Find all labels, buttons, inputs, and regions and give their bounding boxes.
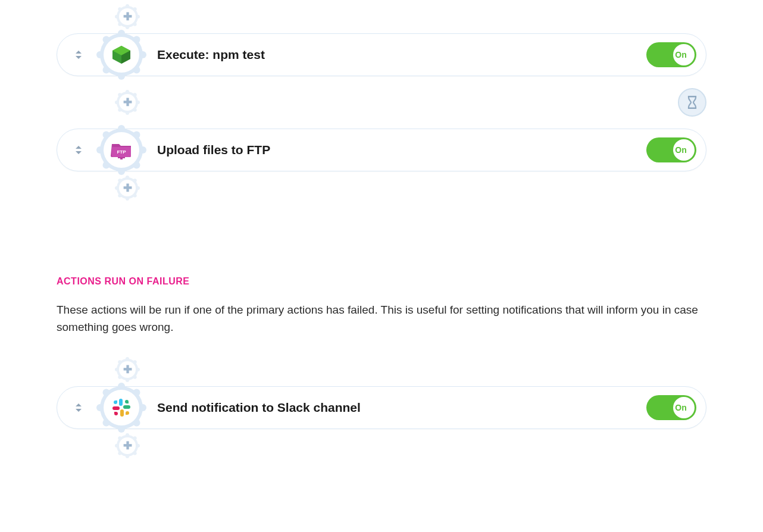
svg-point-52 [118, 179, 121, 182]
svg-point-64 [118, 375, 121, 379]
svg-point-8 [133, 23, 137, 26]
drag-handle[interactable] [57, 49, 100, 61]
action-row-slack[interactable]: Send notification to Slack channel On [57, 386, 706, 429]
svg-point-59 [126, 378, 129, 382]
svg-point-50 [115, 186, 118, 190]
svg-point-65 [133, 375, 137, 379]
svg-point-4 [136, 15, 140, 18]
toggle-switch[interactable]: On [646, 395, 696, 420]
svg-point-24 [126, 111, 129, 115]
svg-point-63 [133, 360, 137, 364]
svg-point-85 [118, 436, 121, 440]
add-action-connector[interactable]: ✚ [114, 356, 140, 383]
svg-point-81 [126, 433, 129, 437]
svg-point-83 [115, 444, 118, 447]
svg-point-54 [118, 194, 121, 198]
svg-point-27 [118, 93, 121, 96]
svg-point-13 [96, 51, 104, 58]
svg-rect-45 [118, 157, 125, 158]
svg-point-30 [133, 108, 137, 112]
svg-point-11 [118, 30, 125, 37]
plus-icon: ✚ [123, 363, 132, 376]
action-row-npm-test[interactable]: Execute: npm test On [57, 33, 706, 76]
svg-point-84 [136, 444, 140, 447]
svg-point-75 [133, 419, 140, 426]
plus-icon: ✚ [123, 181, 132, 195]
svg-point-25 [115, 101, 118, 104]
add-action-connector[interactable]: ✚ [114, 4, 140, 30]
svg-point-6 [133, 7, 137, 11]
svg-point-82 [126, 455, 129, 458]
add-action-connector[interactable]: ✚ [114, 175, 140, 201]
svg-point-62 [118, 360, 121, 364]
svg-point-51 [136, 186, 140, 190]
svg-point-88 [133, 452, 137, 455]
action-icon-wrap: FTP [96, 125, 146, 175]
svg-point-23 [126, 90, 129, 93]
toggle-label: On [670, 50, 692, 60]
svg-point-3 [115, 15, 118, 18]
add-action-connector[interactable]: ✚ [114, 433, 140, 459]
svg-point-48 [126, 176, 129, 179]
slack-icon [111, 397, 132, 418]
svg-point-61 [136, 368, 140, 371]
plus-icon: ✚ [123, 10, 132, 23]
svg-point-49 [126, 197, 129, 201]
toggle-label: On [670, 145, 692, 155]
svg-point-1 [126, 4, 129, 8]
svg-rect-79 [112, 406, 120, 410]
svg-rect-77 [123, 405, 130, 409]
drag-handle[interactable] [57, 144, 100, 156]
svg-point-68 [118, 383, 125, 390]
failure-section-description: These actions will be run if one of the … [57, 301, 706, 336]
plus-icon: ✚ [123, 96, 132, 109]
svg-point-42 [133, 162, 140, 169]
svg-point-35 [118, 125, 125, 132]
wait-badge[interactable] [678, 88, 706, 117]
action-row-ftp[interactable]: FTP Upload files to FTP On [57, 129, 706, 171]
svg-point-29 [118, 108, 121, 112]
svg-rect-46 [120, 158, 123, 159]
failure-section-heading: ACTIONS RUN ON FAILURE [57, 276, 706, 287]
svg-point-38 [139, 146, 146, 154]
svg-text:FTP: FTP [117, 149, 126, 155]
svg-point-53 [133, 179, 137, 182]
svg-point-14 [139, 51, 146, 58]
svg-point-7 [118, 23, 121, 26]
svg-rect-33 [688, 108, 696, 109]
svg-point-37 [96, 146, 104, 154]
svg-rect-76 [119, 399, 123, 406]
hourglass-icon [686, 95, 698, 109]
add-action-connector[interactable]: ✚ [114, 89, 140, 115]
svg-point-60 [115, 368, 118, 371]
svg-point-18 [133, 67, 140, 74]
toggle-switch[interactable]: On [646, 42, 696, 67]
svg-point-71 [139, 404, 146, 411]
action-title: Execute: npm test [157, 48, 646, 62]
ftp-icon: FTP [110, 139, 133, 161]
svg-point-87 [118, 452, 121, 455]
svg-point-70 [96, 404, 104, 411]
svg-point-2 [126, 26, 129, 29]
svg-rect-78 [120, 409, 124, 417]
action-icon-wrap [96, 383, 146, 433]
plus-icon: ✚ [123, 439, 132, 452]
svg-point-26 [136, 101, 140, 104]
toggle-label: On [670, 403, 692, 412]
svg-point-58 [126, 357, 129, 361]
svg-rect-32 [688, 96, 696, 98]
npm-icon [110, 43, 133, 66]
drag-handle[interactable] [57, 402, 100, 414]
svg-point-28 [133, 93, 137, 96]
action-title: Upload files to FTP [157, 143, 646, 157]
action-icon-wrap [96, 30, 146, 80]
svg-point-86 [133, 436, 137, 440]
svg-point-5 [118, 7, 121, 11]
toggle-switch[interactable]: On [646, 137, 696, 162]
action-title: Send notification to Slack channel [157, 400, 646, 415]
svg-point-55 [133, 194, 137, 198]
